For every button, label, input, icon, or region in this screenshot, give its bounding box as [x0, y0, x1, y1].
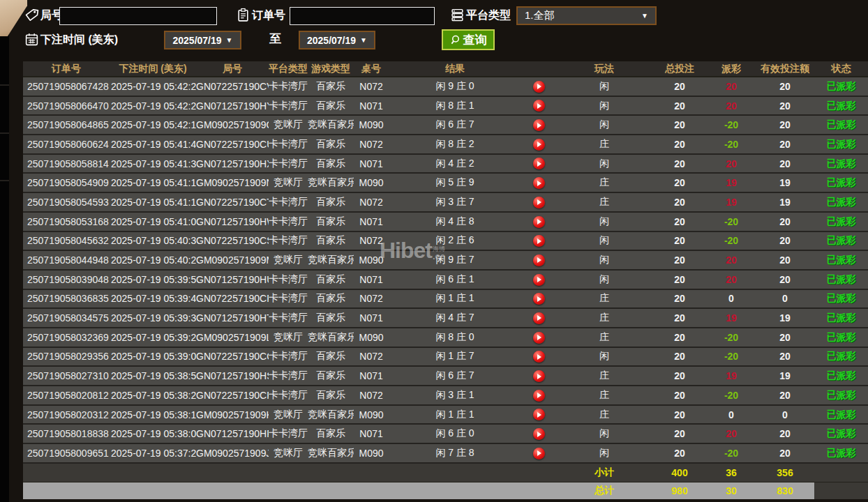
- play-video-icon[interactable]: [533, 274, 545, 286]
- round-number-cell: GM0902571909M: [196, 250, 269, 270]
- result-cell: 闲 6 庄 7: [389, 115, 521, 135]
- order-number-cell: 250719058036835: [23, 289, 110, 309]
- order-number-cell: 250719058027310: [23, 366, 110, 386]
- play-video-icon[interactable]: [533, 409, 545, 420]
- payout-cell: -20: [707, 443, 756, 463]
- table-number-cell: N071: [354, 212, 389, 231]
- collapsed-sidebar[interactable]: [0, 0, 9, 502]
- video-cell: [521, 443, 556, 463]
- order-number-cell: 250719058058814: [23, 154, 110, 174]
- play-video-icon[interactable]: [533, 139, 545, 151]
- grand-payout: 30: [707, 482, 756, 499]
- play-method-cell: 闲: [556, 96, 652, 116]
- video-cell: [521, 386, 556, 405]
- clipboard-icon: [236, 8, 250, 22]
- col-header-round: 局号: [196, 61, 269, 77]
- play-method-cell: 闲: [556, 231, 652, 251]
- valid-bet-cell: 19: [756, 192, 814, 212]
- play-video-icon[interactable]: [533, 332, 545, 344]
- valid-bet-cell: 20: [756, 250, 814, 270]
- col-header-order: 订单号: [23, 61, 110, 77]
- platform-type-cell: 卡卡湾厅: [269, 424, 308, 443]
- video-cell: [521, 250, 556, 270]
- valid-bet-cell: 0: [756, 289, 814, 309]
- result-cell: 闲 2 庄 6: [389, 231, 521, 251]
- play-video-icon[interactable]: [533, 254, 545, 266]
- video-cell: [521, 135, 556, 154]
- search-button[interactable]: 查询: [442, 29, 495, 50]
- play-video-icon[interactable]: [533, 197, 545, 208]
- payout-cell: 19: [707, 366, 756, 386]
- play-video-icon[interactable]: [533, 177, 545, 189]
- game-type-cell: 竞咪百家乐: [308, 250, 354, 270]
- result-cell: 闲 3 庄 7: [389, 192, 521, 212]
- result-cell: 闲 5 庄 9: [389, 173, 521, 192]
- play-video-icon[interactable]: [533, 100, 545, 112]
- bet-time-cell: 2025-07-19 05:39:09: [110, 347, 196, 367]
- order-number-cell: 250719058009651: [23, 443, 110, 463]
- game-type-cell: 百家乐: [308, 347, 354, 367]
- platform-type-cell: 卡卡湾厅: [269, 308, 308, 328]
- result-cell: 闲 4 庄 2: [389, 154, 521, 174]
- bet-time-cell: 2025-07-19 05:37:20: [110, 443, 196, 463]
- date-from-select[interactable]: 2025/07/19 ▼: [164, 31, 241, 50]
- payout-cell: -20: [707, 212, 756, 231]
- play-video-icon[interactable]: [533, 448, 545, 459]
- order-number-cell: 250719058034575: [23, 308, 110, 328]
- table-number-cell: N071: [354, 96, 389, 116]
- platform-type-select[interactable]: 1.全部 ▼: [516, 6, 657, 25]
- video-cell: [521, 270, 556, 289]
- round-number-input[interactable]: [59, 7, 217, 25]
- play-video-icon[interactable]: [533, 158, 545, 169]
- col-header-bet-time: 下注时间 (美东): [110, 61, 196, 77]
- bet-time-label: 下注时间 (美东): [40, 31, 118, 49]
- order-number-label: 订单号: [252, 6, 285, 24]
- order-number-cell: 250719058054593: [23, 192, 110, 212]
- status-cell: 已派彩: [814, 328, 868, 347]
- grand-total-bet: 980: [652, 482, 707, 499]
- col-header-status: 状态: [814, 61, 868, 77]
- play-video-icon[interactable]: [533, 351, 545, 363]
- valid-bet-cell: 20: [756, 231, 814, 251]
- play-video-icon[interactable]: [533, 390, 545, 402]
- platform-type-cell: 竞咪厅: [269, 250, 308, 270]
- status-cell: 已派彩: [814, 135, 868, 154]
- game-type-cell: 百家乐: [308, 96, 354, 116]
- date-to-select[interactable]: 2025/07/19 ▼: [299, 31, 375, 50]
- col-header-total-bet: 总投注: [652, 61, 707, 77]
- play-video-icon[interactable]: [533, 428, 545, 440]
- bet-time-cell: 2025-07-19 05:38:08: [110, 424, 196, 443]
- dropdown-caret-icon: ▼: [641, 12, 648, 20]
- order-number-cell: 250719058032369: [23, 328, 110, 347]
- play-video-icon[interactable]: [533, 312, 545, 324]
- table-row: 2507190580368352025-07-19 05:39:45GN0722…: [23, 289, 868, 309]
- platform-type-cell: 卡卡湾厅: [269, 192, 308, 212]
- play-video-icon[interactable]: [533, 119, 545, 131]
- payout-cell: 19: [707, 192, 756, 212]
- table-number-cell: M090: [354, 443, 389, 463]
- platform-type-cell: 卡卡湾厅: [269, 231, 308, 251]
- table-row: 2507190580096512025-07-19 05:37:20GM0902…: [23, 443, 868, 463]
- game-type-cell: 竞咪百家乐: [308, 173, 354, 192]
- total-bet-cell: 20: [652, 77, 707, 96]
- table-row: 2507190580606242025-07-19 05:41:48GN0722…: [23, 135, 868, 154]
- play-video-icon[interactable]: [533, 293, 545, 305]
- play-video-icon[interactable]: [533, 370, 545, 382]
- grand-valid-bet: 830: [756, 482, 814, 499]
- order-number-cell: 250719058067428: [23, 77, 110, 96]
- play-video-icon[interactable]: [533, 216, 545, 228]
- table-row: 2507190580323692025-07-19 05:39:21GM0902…: [23, 328, 868, 347]
- video-cell: [521, 405, 556, 425]
- table-row: 2507190580664702025-07-19 05:42:20GN0712…: [23, 96, 868, 116]
- table-number-cell: M090: [354, 250, 389, 270]
- subtotal-total-bet: 400: [652, 463, 707, 482]
- table-number-cell: N072: [354, 231, 389, 251]
- play-video-icon[interactable]: [533, 235, 545, 247]
- order-number-input[interactable]: [290, 7, 435, 25]
- total-bet-cell: 20: [652, 212, 707, 231]
- order-number-cell: 250719058053168: [23, 212, 110, 231]
- table-number-cell: N072: [354, 347, 389, 367]
- game-type-cell: 百家乐: [308, 289, 354, 309]
- play-video-icon[interactable]: [533, 81, 545, 93]
- total-bet-cell: 20: [652, 366, 707, 386]
